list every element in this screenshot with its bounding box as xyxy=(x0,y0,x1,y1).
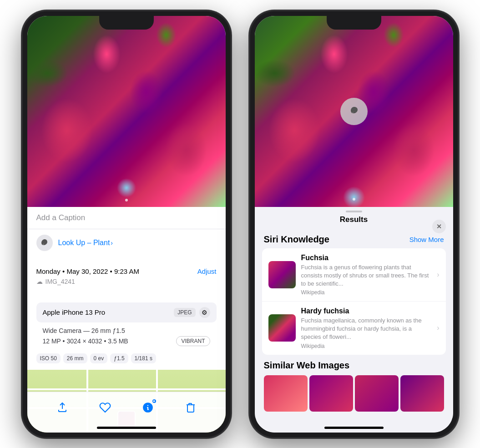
knowledge-card: Fuchsia Fuchsia is a genus of flowering … xyxy=(262,248,446,355)
hardy-source: Wikipedia xyxy=(301,343,432,349)
web-images-title: Similar Web Images xyxy=(264,360,444,371)
fuchsia-thumbnail xyxy=(268,261,296,288)
camera-type: Wide Camera — 26 mm ƒ1.5 xyxy=(43,327,210,334)
fuchsia-description: Fuchsia is a genus of flowering plants t… xyxy=(301,263,432,288)
notch-right xyxy=(327,16,381,30)
gear-badge: ⚙ xyxy=(199,307,210,318)
device-row: Apple iPhone 13 Pro JPEG ⚙ xyxy=(36,302,217,322)
format-badge: JPEG xyxy=(174,308,195,317)
lookup-text[interactable]: Look Up – Plant› xyxy=(58,239,113,247)
map-road-h1 xyxy=(27,388,226,390)
web-image-3[interactable] xyxy=(355,375,399,412)
close-button[interactable]: ✕ xyxy=(432,220,446,233)
home-indicator-right xyxy=(324,427,384,429)
knowledge-item-hardy[interactable]: Hardy fuchsia Fuchsia magellanica, commo… xyxy=(262,301,446,355)
close-icon: ✕ xyxy=(436,223,442,230)
phone-left: Add a Caption Look Up – Plant› Monday • … xyxy=(22,10,231,438)
aperture-value: ƒ1.5 xyxy=(110,353,128,363)
share-button[interactable] xyxy=(54,399,71,416)
filename-row: ☁ IMG_4241 xyxy=(36,278,217,285)
phone-right: Results ✕ Siri Knowledge Show More xyxy=(249,10,459,438)
device-section: Apple iPhone 13 Pro JPEG ⚙ Wide Camera —… xyxy=(27,296,226,370)
camera-specs: Wide Camera — 26 mm ƒ1.5 12 MP • 3024 × … xyxy=(36,327,217,346)
web-image-2[interactable] xyxy=(309,375,353,412)
results-title: Results xyxy=(340,215,368,224)
adjust-button[interactable]: Adjust xyxy=(197,267,217,275)
phone-right-screen: Results ✕ Siri Knowledge Show More xyxy=(255,16,453,433)
fuchsia-name: Fuchsia xyxy=(301,254,432,262)
show-more-button[interactable]: Show More xyxy=(409,236,444,243)
siri-leaf-icon xyxy=(348,105,360,118)
image-page-dot xyxy=(125,199,128,201)
results-panel: Results ✕ Siri Knowledge Show More xyxy=(255,207,453,433)
siri-button[interactable] xyxy=(340,98,368,125)
lookup-main: Plant xyxy=(93,239,110,247)
hardy-name: Hardy fuchsia xyxy=(301,307,432,315)
delete-button[interactable] xyxy=(182,399,199,416)
info-button[interactable]: ✦ xyxy=(140,399,156,416)
fuchsia-chevron: › xyxy=(437,271,439,279)
info-section: Monday • May 30, 2022 • 9:23 AM Adjust ☁… xyxy=(27,260,226,292)
mp-info: 12 MP • 3024 × 4032 • 3.5 MB xyxy=(43,337,128,345)
ev-value: 0 ev xyxy=(90,353,108,363)
focal-length: 26 mm xyxy=(63,353,87,363)
knowledge-item-fuchsia[interactable]: Fuchsia Fuchsia is a genus of flowering … xyxy=(262,248,446,302)
siri-knowledge-title: Siri Knowledge xyxy=(264,234,329,245)
web-image-1[interactable] xyxy=(264,375,308,412)
phone-left-screen: Add a Caption Look Up – Plant› Monday • … xyxy=(27,16,226,433)
home-indicator-left xyxy=(97,427,156,429)
siri-knowledge-header: Siri Knowledge Show More xyxy=(255,230,453,248)
lookup-prefix: Look Up – xyxy=(58,239,93,247)
caption-placeholder[interactable]: Add a Caption xyxy=(36,213,86,222)
flower-image-left xyxy=(27,16,226,207)
leaf-icon xyxy=(40,238,49,247)
web-images-grid xyxy=(264,375,444,412)
lookup-row[interactable]: Look Up – Plant› xyxy=(27,229,226,257)
megapixel-row: 12 MP • 3024 × 4032 • 3.5 MB VIBRANT xyxy=(43,336,210,346)
cloud-icon: ☁ xyxy=(36,278,43,285)
lookup-chevron: › xyxy=(111,239,113,247)
device-badges: JPEG ⚙ xyxy=(174,307,210,318)
iso-row: ISO 50 26 mm 0 ev ƒ1.5 1/181 s xyxy=(36,350,217,363)
hardy-description: Fuchsia magellanica, commonly known as t… xyxy=(301,317,432,342)
date-row: Monday • May 30, 2022 • 9:23 AM Adjust xyxy=(36,267,217,275)
fuchsia-source: Wikipedia xyxy=(301,289,432,296)
web-image-4[interactable] xyxy=(400,375,444,412)
info-badge: ✦ xyxy=(152,398,157,404)
drag-handle xyxy=(346,211,362,212)
filename: IMG_4241 xyxy=(45,278,75,285)
fuchsia-content: Fuchsia Fuchsia is a genus of flowering … xyxy=(301,254,432,296)
shutter-speed: 1/181 s xyxy=(131,353,156,363)
hardy-chevron: › xyxy=(437,324,439,332)
notch-left xyxy=(99,16,154,30)
iso-value: ISO 50 xyxy=(36,353,61,363)
siri-dot xyxy=(353,198,355,201)
results-header: Results ✕ xyxy=(255,207,453,230)
hardy-thumbnail xyxy=(268,314,296,342)
vibrant-badge: VIBRANT xyxy=(176,336,210,346)
date-text: Monday • May 30, 2022 • 9:23 AM xyxy=(36,267,139,275)
lookup-icon xyxy=(36,235,53,251)
hardy-content: Hardy fuchsia Fuchsia magellanica, commo… xyxy=(301,307,432,349)
favorite-button[interactable] xyxy=(97,399,113,416)
web-images-section: Similar Web Images xyxy=(255,356,453,415)
caption-area[interactable]: Add a Caption xyxy=(27,207,226,229)
device-name: Apple iPhone 13 Pro xyxy=(43,308,106,316)
flower-image-right xyxy=(255,16,453,207)
